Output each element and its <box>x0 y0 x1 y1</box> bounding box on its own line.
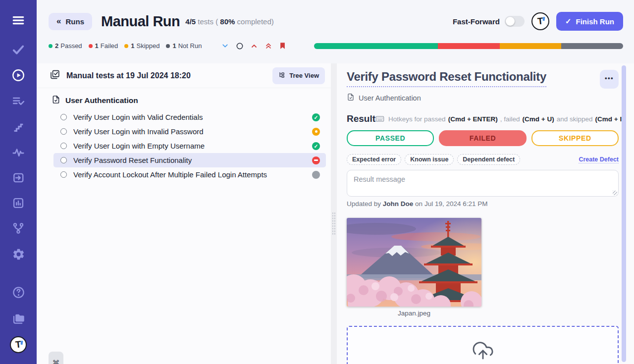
branches-git-fork-icon[interactable] <box>11 221 25 235</box>
tag-known-issue[interactable]: Known issue <box>405 154 454 165</box>
breadcrumb-suite-name: User Authentication <box>359 94 421 102</box>
panel-splitter[interactable] <box>331 63 337 364</box>
check-icon: ✓ <box>565 17 572 26</box>
circle-filter-icon[interactable] <box>236 42 244 50</box>
tree-view-button[interactable]: Tree View <box>272 67 325 84</box>
skipped-button[interactable]: SKIPPED <box>531 130 619 146</box>
radio-icon[interactable] <box>60 114 67 120</box>
radio-icon[interactable] <box>60 157 67 163</box>
stat-count: 1 <box>172 42 176 50</box>
test-name: Verify User Login with Empty Username <box>73 142 312 150</box>
updated-by-line: Updated by John Doe on Jul 19, 2024 6:21… <box>347 200 619 208</box>
runs-play-icon[interactable] <box>11 68 25 82</box>
nav-sidebar: T <box>0 0 37 364</box>
stat-label: Skipped <box>137 42 160 50</box>
passed-button[interactable]: PASSED <box>347 130 434 146</box>
test-name: Verify Password Reset Functionality <box>73 156 312 164</box>
not-run-dot-icon <box>166 44 170 48</box>
stat-passed: 2 Passed <box>49 42 82 50</box>
priority-chevrons-up-icon[interactable] <box>264 42 272 50</box>
fast-forward-toggle[interactable] <box>505 16 525 27</box>
priority-chevron-up-icon[interactable] <box>250 42 258 50</box>
tag-dependent-defect[interactable]: Dependent defect <box>457 154 520 165</box>
header-row: « Runs Manual Run 4/5 tests ( 80% comple… <box>49 10 623 33</box>
main-area: « Runs Manual Run 4/5 tests ( 80% comple… <box>37 0 634 364</box>
create-defect-link[interactable]: Create Defect <box>579 156 619 163</box>
cloud-upload-icon <box>472 340 494 362</box>
radio-icon[interactable] <box>60 128 67 135</box>
user-logo-avatar[interactable]: T <box>531 12 549 30</box>
test-row[interactable]: Verify User Login with Valid Credentials <box>53 110 326 124</box>
tree-view-label: Tree View <box>289 72 319 79</box>
attachment-filename: Japan.jpeg <box>347 310 481 317</box>
finish-run-button[interactable]: ✓ Finish Run <box>556 12 623 31</box>
test-row[interactable]: Verify User Login with Invalid Password <box>53 124 326 139</box>
test-row[interactable]: Verify Password Reset Functionality <box>53 153 326 167</box>
status-buttons-row: PASSED FAILED SKIPPED <box>347 130 619 146</box>
back-to-runs-button[interactable]: « Runs <box>49 13 92 30</box>
vertical-scrollbar[interactable] <box>622 65 626 362</box>
skipped-dot-icon <box>124 44 128 48</box>
stat-count: 1 <box>131 42 134 50</box>
stat-count: 1 <box>95 42 99 50</box>
menu-hamburger-icon[interactable] <box>11 13 25 27</box>
reports-bar-chart-icon[interactable] <box>11 196 25 210</box>
hotkeys-prefix: Hotkeys for passed <box>388 115 446 123</box>
test-status-icon <box>312 128 320 136</box>
radio-icon[interactable] <box>60 171 67 178</box>
suite-file-icon <box>347 93 355 103</box>
splitter-grip-icon <box>332 212 336 235</box>
attachment-item[interactable]: Japan.jpeg <box>347 218 481 317</box>
tree-view-icon <box>278 71 286 80</box>
file-dropzone[interactable]: Browse a file or drop it here. Click her… <box>347 326 619 364</box>
hotkey-skipped: (Cmd + I) <box>595 115 624 123</box>
radio-icon[interactable] <box>60 143 67 149</box>
finish-run-label: Finish Run <box>576 17 615 26</box>
test-row[interactable]: Verify Account Lockout After Multiple Fa… <box>53 167 326 182</box>
tests-check-icon[interactable] <box>11 43 25 56</box>
app-logo[interactable]: T <box>10 336 27 353</box>
milestones-stairs-icon[interactable] <box>11 120 25 134</box>
stat-failed: 1 Failed <box>89 42 118 50</box>
stat-skipped: 1 Skipped <box>124 42 159 50</box>
stat-not-run: 1 Not Run <box>166 42 202 50</box>
hotkey-passed: (Cmd + ENTER) <box>448 115 498 123</box>
stat-label: Passed <box>60 42 82 50</box>
hotkeys-hint: Hotkeys for passed (Cmd + ENTER) , faile… <box>375 114 624 123</box>
result-heading: Result <box>347 113 375 124</box>
test-status-icon <box>312 142 320 150</box>
top-band: « Runs Manual Run 4/5 tests ( 80% comple… <box>37 0 634 63</box>
progress-segment-failed <box>438 43 500 49</box>
help-question-icon[interactable] <box>11 285 25 299</box>
command-palette-button[interactable]: ⌘ <box>49 352 63 364</box>
failure-tags-row: Expected error Known issue Dependent def… <box>347 154 619 165</box>
test-status-icon <box>312 113 320 121</box>
test-plans-list-check-icon[interactable] <box>11 94 25 108</box>
test-name: Verify Account Lockout After Multiple Fa… <box>73 170 312 179</box>
attachment-thumbnail[interactable] <box>347 218 481 307</box>
projects-folder-icon[interactable] <box>11 312 25 325</box>
result-header-row: Result Hotkeys for passed (Cmd + ENTER) … <box>347 113 619 124</box>
bookmark-icon[interactable] <box>279 42 286 50</box>
app-root: T « Runs Manual Run 4/5 tests ( 80% comp… <box>0 0 634 364</box>
progress-segment-passed <box>314 43 437 49</box>
result-message-input[interactable] <box>347 170 619 197</box>
test-status-icon <box>312 156 320 164</box>
progress-segment-skipped <box>500 43 562 49</box>
settings-gear-icon[interactable] <box>11 247 25 261</box>
failed-button[interactable]: FAILED <box>439 130 526 146</box>
suite-row[interactable]: User Authentication <box>37 88 331 110</box>
detail-test-title[interactable]: Verify Password Reset Functionality <box>347 70 546 87</box>
completed-word: completed) <box>237 17 274 26</box>
test-row[interactable]: Verify User Login with Empty Username <box>53 139 326 153</box>
collapse-chevron-down-icon[interactable] <box>221 42 229 50</box>
result-message-wrap <box>347 170 619 197</box>
import-icon[interactable] <box>11 171 25 185</box>
detail-title-row: Verify Password Reset Functionality ••• <box>347 70 619 89</box>
hotkeys-sep-failed: , failed <box>500 115 520 123</box>
updated-user: John Doe <box>383 200 414 208</box>
pulse-activity-icon[interactable] <box>11 146 25 159</box>
more-options-button[interactable]: ••• <box>600 70 619 89</box>
keyboard-icon <box>375 114 384 123</box>
tag-expected-error[interactable]: Expected error <box>347 154 401 165</box>
